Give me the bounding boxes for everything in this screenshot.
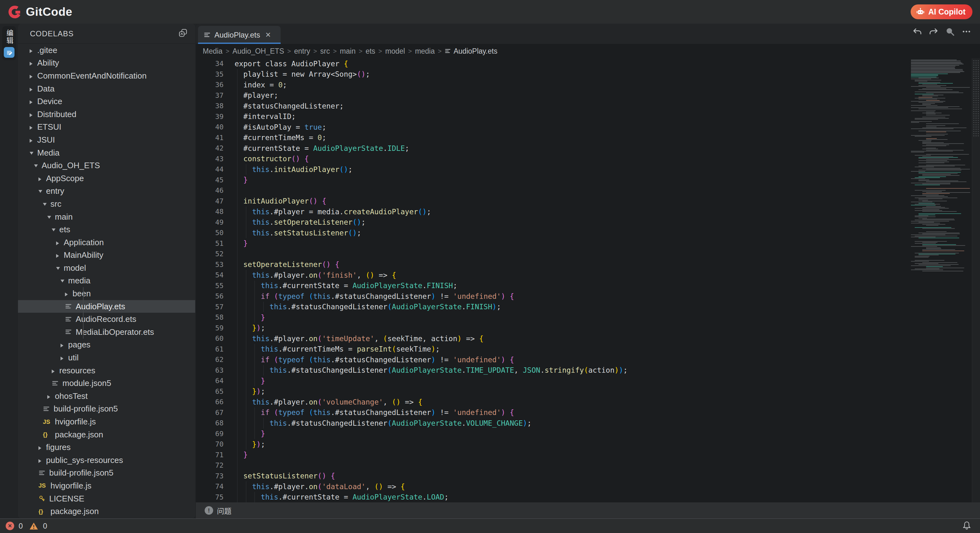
tree-folder-Distributed[interactable]: Distributed <box>18 108 195 121</box>
tree-file-build-profile.json5[interactable]: build-profile.json5 <box>18 467 195 480</box>
tree-folder-util[interactable]: util <box>18 351 195 364</box>
code-line-41[interactable]: 41#currentTimeMs = 0; <box>196 132 980 143</box>
code-line-62[interactable]: 62if (typeof (this.#statusChangedListene… <box>196 354 980 365</box>
chevron-expanded-icon[interactable] <box>38 186 46 196</box>
chevron-collapsed-icon[interactable] <box>30 45 37 55</box>
code-line-57[interactable]: 57this.#statusChangedListener(AudioPlaye… <box>196 302 980 313</box>
tree-file-LICENSE[interactable]: LICENSE <box>18 492 195 505</box>
tree-folder-model[interactable]: model <box>18 262 195 274</box>
chevron-collapsed-icon[interactable] <box>38 442 46 452</box>
tree-folder-src[interactable]: src <box>18 198 195 211</box>
code-editor[interactable]: 34export class AudioPlayer {35playlist =… <box>196 58 980 503</box>
code-line-52[interactable]: 52 <box>196 249 980 259</box>
search-icon[interactable] <box>945 26 955 37</box>
breadcrumb-item[interactable]: model <box>385 47 405 56</box>
code-line-66[interactable]: 66this.#player.on('volumeChange', () => … <box>196 397 980 407</box>
code-line-60[interactable]: 60this.#player.on('timeUpdate', (seekTim… <box>196 333 980 344</box>
chevron-expanded-icon[interactable] <box>30 148 37 158</box>
code-line-55[interactable]: 55this.#currentState = AudioPlayerState.… <box>196 281 980 291</box>
code-line-67[interactable]: 67if (typeof (this.#statusChangedListene… <box>196 407 980 418</box>
code-line-68[interactable]: 68this.#statusChangedListener(AudioPlaye… <box>196 418 980 429</box>
code-line-63[interactable]: 63this.#statusChangedListener(AudioPlaye… <box>196 365 980 376</box>
code-line-71[interactable]: 71} <box>196 450 980 460</box>
tree-folder-Audio_OH_ETS[interactable]: Audio_OH_ETS <box>18 159 195 172</box>
chevron-expanded-icon[interactable] <box>47 212 55 222</box>
breadcrumb-item[interactable]: main <box>340 47 356 56</box>
chevron-collapsed-icon[interactable] <box>38 455 46 465</box>
chevron-collapsed-icon[interactable] <box>56 238 64 247</box>
tree-folder-ets[interactable]: ets <box>18 223 195 236</box>
chevron-collapsed-icon[interactable] <box>65 289 73 298</box>
code-line-42[interactable]: 42#currentState = AudioPlayerState.IDLE; <box>196 143 980 154</box>
code-line-38[interactable]: 38#statusChangedListener; <box>196 101 980 112</box>
code-line-36[interactable]: 36index = 0; <box>196 80 980 90</box>
tab-close-icon[interactable]: ✕ <box>265 31 271 39</box>
breadcrumb-file[interactable]: AudioPlay.ets <box>445 47 497 56</box>
undo-button[interactable] <box>912 26 923 37</box>
tree-file-package.json[interactable]: {}package.json <box>18 505 195 518</box>
code-line-72[interactable]: 72 <box>196 460 980 471</box>
code-line-61[interactable]: 61this.#currentTimeMs = parseInt(seekTim… <box>196 344 980 355</box>
scrollbar-thumb[interactable] <box>973 60 979 137</box>
code-line-53[interactable]: 53setOperateListener() { <box>196 259 980 270</box>
code-line-44[interactable]: 44this.initAudioPlayer(); <box>196 164 980 175</box>
breadcrumb-item[interactable]: entry <box>294 47 310 56</box>
tree-folder-Device[interactable]: Device <box>18 95 195 108</box>
tree-folder-entry[interactable]: entry <box>18 185 195 198</box>
code-line-69[interactable]: 69} <box>196 429 980 439</box>
tree-folder-pages[interactable]: pages <box>18 338 195 351</box>
tree-folder-AppScope[interactable]: AppScope <box>18 172 195 185</box>
tree-folder-figures[interactable]: figures <box>18 441 195 454</box>
code-line-48[interactable]: 48this.#player = media.createAudioPlayer… <box>196 206 980 217</box>
tree-file-package.json[interactable]: {}package.json <box>18 428 195 441</box>
chevron-expanded-icon[interactable] <box>56 263 64 273</box>
code-line-54[interactable]: 54this.#player.on('finish', () => { <box>196 270 980 281</box>
notifications-bell[interactable] <box>962 520 972 532</box>
tree-folder-resources[interactable]: resources <box>18 364 195 377</box>
open-in-window-icon[interactable] <box>178 29 188 39</box>
code-line-51[interactable]: 51} <box>196 238 980 249</box>
code-line-64[interactable]: 64} <box>196 375 980 386</box>
tree-folder-Data[interactable]: Data <box>18 82 195 95</box>
chevron-collapsed-icon[interactable] <box>30 84 37 94</box>
tree-file-hvigorfile.js[interactable]: JShvigorfile.js <box>18 415 195 428</box>
breadcrumb-item[interactable]: media <box>415 47 435 56</box>
code-line-74[interactable]: 74this.#player.on('dataLoad', () => { <box>196 481 980 492</box>
chevron-expanded-icon[interactable] <box>34 161 41 171</box>
code-line-39[interactable]: 39#intervalID; <box>196 112 980 122</box>
breadcrumb-item[interactable]: Audio_OH_ETS <box>232 47 284 56</box>
tree-folder-ETSUI[interactable]: ETSUI <box>18 121 195 134</box>
chevron-collapsed-icon[interactable] <box>52 366 59 375</box>
activity-edit-tab[interactable]: 编辑 <box>2 26 16 60</box>
chevron-collapsed-icon[interactable] <box>56 250 64 260</box>
code-line-70[interactable]: 70}); <box>196 439 980 450</box>
problems-panel-tab[interactable]: ! 问题 <box>196 503 980 519</box>
chevron-collapsed-icon[interactable] <box>60 353 68 362</box>
code-line-56[interactable]: 56if (typeof (this.#statusChangedListene… <box>196 291 980 302</box>
chevron-expanded-icon[interactable] <box>52 225 59 235</box>
tree-file-AudioRecord.ets[interactable]: AudioRecord.ets <box>18 313 195 326</box>
more-actions-icon[interactable] <box>961 26 972 37</box>
chevron-collapsed-icon[interactable] <box>30 135 37 145</box>
tree-folder-media[interactable]: media <box>18 274 195 287</box>
tree-folder-been[interactable]: been <box>18 287 195 300</box>
tree-file-module.json5[interactable]: module.json5 <box>18 377 195 390</box>
chevron-expanded-icon[interactable] <box>60 276 68 286</box>
code-line-47[interactable]: 47initAudioPlayer() { <box>196 196 980 207</box>
code-line-59[interactable]: 59}); <box>196 323 980 334</box>
tree-folder-Ability[interactable]: Ability <box>18 57 195 70</box>
chevron-collapsed-icon[interactable] <box>47 391 55 401</box>
tree-file-hvigorfile.js[interactable]: JShvigorfile.js <box>18 479 195 492</box>
vertical-scrollbar[interactable] <box>972 58 980 503</box>
chevron-collapsed-icon[interactable] <box>30 97 37 106</box>
tree-folder-.gitee[interactable]: .gitee <box>18 44 195 57</box>
tree-file-MediaLibOperator.ets[interactable]: MediaLibOperator.ets <box>18 326 195 338</box>
tree-folder-CommonEventAndNotification[interactable]: CommonEventAndNotification <box>18 69 195 82</box>
code-line-34[interactable]: 34export class AudioPlayer { <box>196 58 980 69</box>
chevron-collapsed-icon[interactable] <box>60 340 68 349</box>
code-line-73[interactable]: 73setStatusListener() { <box>196 471 980 482</box>
breadcrumb-item[interactable]: Media <box>203 47 223 56</box>
tree-file-build-profile.json5[interactable]: build-profile.json5 <box>18 403 195 416</box>
code-line-49[interactable]: 49this.setOperateListener(); <box>196 217 980 228</box>
tree-folder-Application[interactable]: Application <box>18 236 195 249</box>
